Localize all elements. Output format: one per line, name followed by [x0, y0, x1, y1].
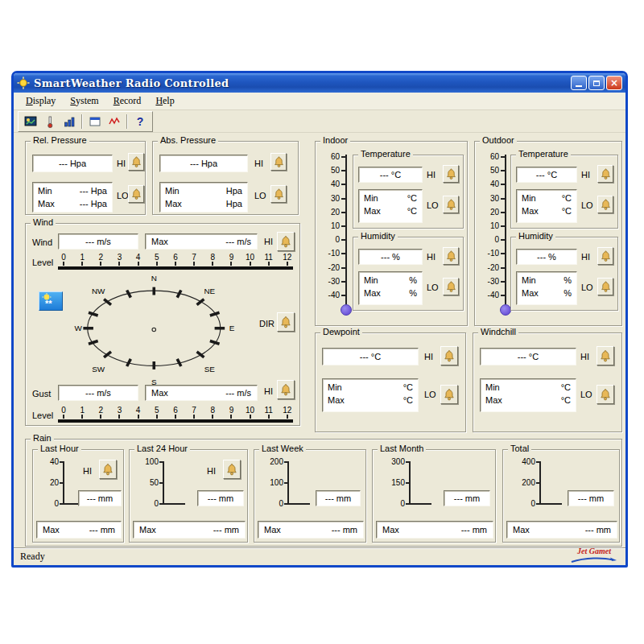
- max-label: Max: [522, 287, 539, 299]
- hi-label: HI: [581, 170, 590, 180]
- menu-help[interactable]: Help: [148, 93, 181, 109]
- tick-label: -10: [488, 250, 499, 258]
- outdoor-temp-lo-alarm-button[interactable]: [597, 196, 613, 213]
- windchill-lo-alarm-button[interactable]: [597, 385, 614, 404]
- rel-pressure-lo-alarm-button[interactable]: [128, 185, 144, 203]
- rel-pressure-group: Rel. Pressure --- Hpa HI Min--- Hpa Max-…: [25, 141, 146, 215]
- indoor-temp-lo-alarm-button[interactable]: [443, 196, 459, 213]
- record-window-tool-button[interactable]: [85, 113, 105, 130]
- minimize-button[interactable]: [571, 76, 587, 90]
- bell-icon: [443, 388, 456, 401]
- lo-label: LO: [581, 200, 593, 210]
- rain-24h-hi-alarm-button[interactable]: [223, 460, 241, 479]
- bell-icon: [225, 463, 238, 476]
- min-label: Min: [522, 274, 536, 287]
- max-label: Max: [165, 197, 182, 210]
- rain-title: Rain: [31, 433, 54, 444]
- max-value: %: [564, 287, 572, 299]
- tick-label: 0: [494, 236, 499, 244]
- rain-panel-title: Last 24 Hour: [134, 444, 190, 454]
- brand-logo-text: Jet Gamet: [577, 547, 611, 555]
- wind-hi-alarm-button[interactable]: [277, 232, 295, 251]
- indoor-temp-hi-alarm-button[interactable]: [443, 165, 459, 183]
- help-tool-button[interactable]: ?: [130, 113, 150, 130]
- maximize-icon: [593, 80, 600, 86]
- rain-group: Rain Last Hour 40 20 0 HI --- mm Max--- …: [25, 439, 622, 547]
- toolbar-separator: [81, 114, 83, 129]
- hi-label: HI: [264, 237, 273, 246]
- weather-forecast-button[interactable]: **: [39, 291, 63, 311]
- thermometer-tool-button[interactable]: [40, 113, 60, 130]
- dewpoint-hi-alarm-button[interactable]: [440, 346, 458, 365]
- abs-pressure-lo-alarm-button[interactable]: [270, 185, 287, 203]
- rain-week-value-field: --- mm: [316, 490, 361, 506]
- gust-level-scale: 0123456789101112: [58, 406, 293, 415]
- gust-hi-alarm-button[interactable]: [277, 380, 295, 399]
- windchill-hi-alarm-button[interactable]: [597, 346, 614, 365]
- titlebar[interactable]: SmartWeather Radio Controlled ×: [14, 73, 625, 93]
- humidity-title: Humidity: [516, 231, 555, 242]
- wind-dir-alarm-button[interactable]: [277, 312, 295, 332]
- gust-label: Gust: [32, 389, 51, 398]
- toolbar-strip: ?: [18, 111, 153, 132]
- windchill-minmax-field: Min°C Max°C: [480, 378, 576, 412]
- wind-group-title: Wind: [31, 217, 56, 228]
- indoor-humidity-lo-alarm-button[interactable]: [443, 278, 459, 295]
- gust-value-field: --- m/s: [58, 385, 138, 401]
- thermometer-bulb: [500, 304, 511, 316]
- bell-icon: [600, 167, 612, 180]
- rain-week-axis: 200 100 0: [258, 458, 299, 510]
- compass-w-label: W: [74, 324, 82, 332]
- min-value: °C: [407, 192, 417, 204]
- max-label: Max: [43, 525, 60, 535]
- statusbar: Ready Jet Gamet: [14, 547, 625, 565]
- min-value: °C: [562, 192, 572, 204]
- toolbar-separator: [126, 114, 128, 129]
- tick-label: 10: [245, 406, 256, 415]
- wind-level-label: Level: [32, 258, 53, 267]
- outdoor-temperature-scale: 6050403020100-10-20-30-40: [480, 153, 512, 319]
- maximize-button[interactable]: [588, 76, 605, 90]
- rain-panel-title: Total: [508, 444, 531, 454]
- outdoor-temp-hi-alarm-button[interactable]: [597, 165, 613, 183]
- toolbar: ?: [14, 110, 625, 133]
- rain-month-value-field: --- mm: [444, 490, 490, 506]
- menu-system[interactable]: System: [63, 93, 105, 109]
- chart-tool-button[interactable]: [60, 113, 79, 130]
- rain-hour-hi-alarm-button[interactable]: [99, 460, 117, 479]
- menu-record[interactable]: Record: [106, 93, 149, 109]
- rain-total-max-field: Max--- mm: [506, 521, 617, 539]
- close-button[interactable]: ×: [606, 76, 622, 90]
- outdoor-humidity-lo-alarm-button[interactable]: [597, 278, 613, 295]
- abs-pressure-hi-alarm-button[interactable]: [270, 153, 287, 171]
- max-label: Max: [151, 237, 168, 246]
- tick-label: 4: [133, 406, 144, 415]
- menu-display[interactable]: Display: [19, 93, 63, 109]
- indoor-temperature-scale: 6050403020100-10-20-30-40: [320, 153, 353, 319]
- rain-month-max-field: Max--- mm: [376, 521, 493, 539]
- rel-pressure-hi-alarm-button[interactable]: [128, 153, 144, 171]
- rain-last-hour-group: Last Hour 40 20 0 HI --- mm Max--- mm: [32, 449, 124, 543]
- lo-label: LO: [424, 390, 436, 399]
- display-tool-button[interactable]: [21, 113, 40, 130]
- rain-total-value-field: --- mm: [568, 490, 614, 506]
- curve-tool-button[interactable]: [105, 113, 124, 130]
- indoor-humidity-group: Humidity --- % HI Min% Max% LO: [353, 237, 464, 311]
- max-label: Max: [328, 394, 345, 407]
- tick-label: 30: [331, 195, 340, 203]
- bar-chart-icon: [63, 115, 76, 128]
- dewpoint-lo-alarm-button[interactable]: [440, 385, 458, 404]
- min-label: Min: [38, 184, 52, 197]
- abs-pressure-group: Abs. Pressure --- Hpa HI MinHpa MaxHpa L…: [152, 141, 299, 215]
- tick-label: -20: [328, 264, 340, 272]
- indoor-humidity-hi-alarm-button[interactable]: [443, 247, 459, 265]
- tick-label: 2: [95, 406, 106, 415]
- tick-label: 7: [188, 253, 200, 262]
- compass-center-dot: [152, 328, 155, 331]
- min-label: Min: [328, 381, 342, 394]
- dewpoint-value-field: --- °C: [322, 348, 419, 365]
- tick-label: -30: [488, 278, 499, 286]
- indoor-group: Indoor 6050403020100-10-20-30-40 Tempera…: [315, 141, 468, 326]
- outdoor-humidity-hi-alarm-button[interactable]: [597, 247, 613, 265]
- abs-pressure-value-field: --- Hpa: [159, 155, 248, 172]
